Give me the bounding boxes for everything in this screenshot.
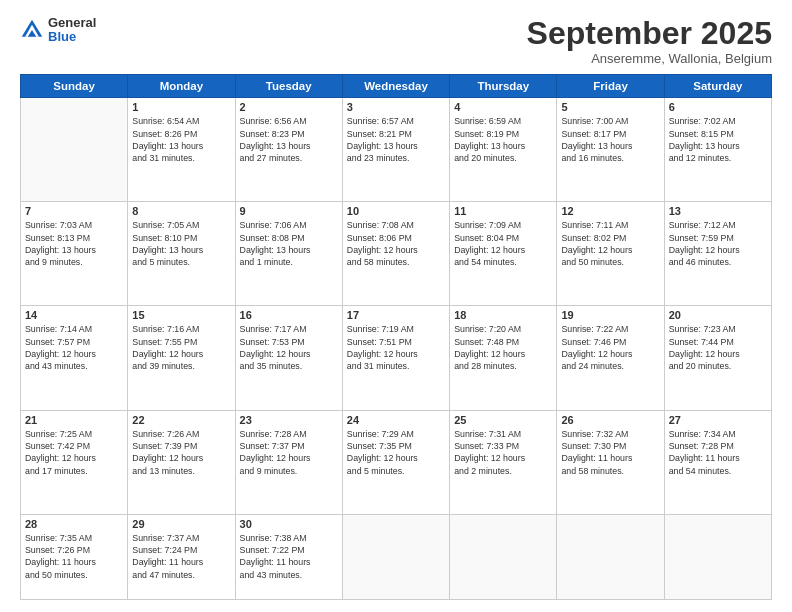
day-number: 8 [132, 205, 230, 217]
calendar-cell: 28Sunrise: 7:35 AM Sunset: 7:26 PM Dayli… [21, 514, 128, 599]
calendar-cell: 15Sunrise: 7:16 AM Sunset: 7:55 PM Dayli… [128, 306, 235, 410]
day-info: Sunrise: 7:02 AM Sunset: 8:15 PM Dayligh… [669, 115, 767, 164]
day-number: 14 [25, 309, 123, 321]
calendar-cell: 2Sunrise: 6:56 AM Sunset: 8:23 PM Daylig… [235, 98, 342, 202]
day-number: 25 [454, 414, 552, 426]
day-number: 26 [561, 414, 659, 426]
logo-icon [20, 18, 44, 42]
day-number: 13 [669, 205, 767, 217]
calendar-cell: 25Sunrise: 7:31 AM Sunset: 7:33 PM Dayli… [450, 410, 557, 514]
day-number: 22 [132, 414, 230, 426]
day-info: Sunrise: 7:25 AM Sunset: 7:42 PM Dayligh… [25, 428, 123, 477]
logo: General Blue [20, 16, 96, 45]
calendar-cell: 7Sunrise: 7:03 AM Sunset: 8:13 PM Daylig… [21, 202, 128, 306]
day-info: Sunrise: 7:38 AM Sunset: 7:22 PM Dayligh… [240, 532, 338, 581]
calendar-cell: 26Sunrise: 7:32 AM Sunset: 7:30 PM Dayli… [557, 410, 664, 514]
day-info: Sunrise: 6:57 AM Sunset: 8:21 PM Dayligh… [347, 115, 445, 164]
day-number: 29 [132, 518, 230, 530]
day-info: Sunrise: 7:05 AM Sunset: 8:10 PM Dayligh… [132, 219, 230, 268]
day-info: Sunrise: 7:29 AM Sunset: 7:35 PM Dayligh… [347, 428, 445, 477]
day-info: Sunrise: 7:17 AM Sunset: 7:53 PM Dayligh… [240, 323, 338, 372]
calendar-week-row: 28Sunrise: 7:35 AM Sunset: 7:26 PM Dayli… [21, 514, 772, 599]
day-number: 18 [454, 309, 552, 321]
day-number: 17 [347, 309, 445, 321]
calendar-cell: 10Sunrise: 7:08 AM Sunset: 8:06 PM Dayli… [342, 202, 449, 306]
day-number: 6 [669, 101, 767, 113]
logo-general: General [48, 16, 96, 30]
day-number: 3 [347, 101, 445, 113]
calendar-cell: 5Sunrise: 7:00 AM Sunset: 8:17 PM Daylig… [557, 98, 664, 202]
location: Anseremme, Wallonia, Belgium [527, 51, 772, 66]
calendar-cell [21, 98, 128, 202]
day-number: 28 [25, 518, 123, 530]
calendar-cell: 20Sunrise: 7:23 AM Sunset: 7:44 PM Dayli… [664, 306, 771, 410]
calendar-cell: 8Sunrise: 7:05 AM Sunset: 8:10 PM Daylig… [128, 202, 235, 306]
day-number: 15 [132, 309, 230, 321]
header: General Blue September 2025 Anseremme, W… [20, 16, 772, 66]
day-number: 24 [347, 414, 445, 426]
day-number: 5 [561, 101, 659, 113]
day-number: 20 [669, 309, 767, 321]
day-info: Sunrise: 7:22 AM Sunset: 7:46 PM Dayligh… [561, 323, 659, 372]
day-info: Sunrise: 7:23 AM Sunset: 7:44 PM Dayligh… [669, 323, 767, 372]
calendar-cell: 14Sunrise: 7:14 AM Sunset: 7:57 PM Dayli… [21, 306, 128, 410]
logo-blue: Blue [48, 30, 96, 44]
day-info: Sunrise: 7:26 AM Sunset: 7:39 PM Dayligh… [132, 428, 230, 477]
calendar-cell: 18Sunrise: 7:20 AM Sunset: 7:48 PM Dayli… [450, 306, 557, 410]
day-number: 12 [561, 205, 659, 217]
calendar-cell [557, 514, 664, 599]
day-number: 2 [240, 101, 338, 113]
calendar-cell: 16Sunrise: 7:17 AM Sunset: 7:53 PM Dayli… [235, 306, 342, 410]
day-info: Sunrise: 7:09 AM Sunset: 8:04 PM Dayligh… [454, 219, 552, 268]
day-number: 9 [240, 205, 338, 217]
day-info: Sunrise: 7:31 AM Sunset: 7:33 PM Dayligh… [454, 428, 552, 477]
day-number: 21 [25, 414, 123, 426]
calendar-cell [342, 514, 449, 599]
day-number: 10 [347, 205, 445, 217]
calendar-weekday-saturday: Saturday [664, 75, 771, 98]
day-info: Sunrise: 7:03 AM Sunset: 8:13 PM Dayligh… [25, 219, 123, 268]
day-info: Sunrise: 7:11 AM Sunset: 8:02 PM Dayligh… [561, 219, 659, 268]
day-number: 27 [669, 414, 767, 426]
day-number: 7 [25, 205, 123, 217]
title-block: September 2025 Anseremme, Wallonia, Belg… [527, 16, 772, 66]
logo-text: General Blue [48, 16, 96, 45]
day-info: Sunrise: 7:20 AM Sunset: 7:48 PM Dayligh… [454, 323, 552, 372]
day-info: Sunrise: 7:35 AM Sunset: 7:26 PM Dayligh… [25, 532, 123, 581]
calendar-week-row: 14Sunrise: 7:14 AM Sunset: 7:57 PM Dayli… [21, 306, 772, 410]
calendar-cell: 21Sunrise: 7:25 AM Sunset: 7:42 PM Dayli… [21, 410, 128, 514]
day-info: Sunrise: 7:16 AM Sunset: 7:55 PM Dayligh… [132, 323, 230, 372]
day-number: 30 [240, 518, 338, 530]
day-number: 23 [240, 414, 338, 426]
month-title: September 2025 [527, 16, 772, 51]
calendar-cell: 24Sunrise: 7:29 AM Sunset: 7:35 PM Dayli… [342, 410, 449, 514]
day-info: Sunrise: 7:32 AM Sunset: 7:30 PM Dayligh… [561, 428, 659, 477]
calendar-cell: 19Sunrise: 7:22 AM Sunset: 7:46 PM Dayli… [557, 306, 664, 410]
day-number: 1 [132, 101, 230, 113]
calendar-cell: 11Sunrise: 7:09 AM Sunset: 8:04 PM Dayli… [450, 202, 557, 306]
calendar-cell: 27Sunrise: 7:34 AM Sunset: 7:28 PM Dayli… [664, 410, 771, 514]
calendar-weekday-wednesday: Wednesday [342, 75, 449, 98]
calendar-cell: 17Sunrise: 7:19 AM Sunset: 7:51 PM Dayli… [342, 306, 449, 410]
calendar-header-row: SundayMondayTuesdayWednesdayThursdayFrid… [21, 75, 772, 98]
day-number: 19 [561, 309, 659, 321]
day-number: 4 [454, 101, 552, 113]
calendar-weekday-thursday: Thursday [450, 75, 557, 98]
calendar-week-row: 7Sunrise: 7:03 AM Sunset: 8:13 PM Daylig… [21, 202, 772, 306]
day-info: Sunrise: 6:59 AM Sunset: 8:19 PM Dayligh… [454, 115, 552, 164]
day-info: Sunrise: 7:14 AM Sunset: 7:57 PM Dayligh… [25, 323, 123, 372]
calendar-cell: 30Sunrise: 7:38 AM Sunset: 7:22 PM Dayli… [235, 514, 342, 599]
calendar-week-row: 21Sunrise: 7:25 AM Sunset: 7:42 PM Dayli… [21, 410, 772, 514]
calendar-cell: 23Sunrise: 7:28 AM Sunset: 7:37 PM Dayli… [235, 410, 342, 514]
day-number: 16 [240, 309, 338, 321]
calendar-cell: 4Sunrise: 6:59 AM Sunset: 8:19 PM Daylig… [450, 98, 557, 202]
calendar-cell [664, 514, 771, 599]
day-info: Sunrise: 6:56 AM Sunset: 8:23 PM Dayligh… [240, 115, 338, 164]
calendar-cell: 1Sunrise: 6:54 AM Sunset: 8:26 PM Daylig… [128, 98, 235, 202]
calendar-week-row: 1Sunrise: 6:54 AM Sunset: 8:26 PM Daylig… [21, 98, 772, 202]
calendar-cell: 3Sunrise: 6:57 AM Sunset: 8:21 PM Daylig… [342, 98, 449, 202]
calendar-weekday-monday: Monday [128, 75, 235, 98]
day-info: Sunrise: 7:08 AM Sunset: 8:06 PM Dayligh… [347, 219, 445, 268]
day-info: Sunrise: 7:06 AM Sunset: 8:08 PM Dayligh… [240, 219, 338, 268]
day-info: Sunrise: 7:28 AM Sunset: 7:37 PM Dayligh… [240, 428, 338, 477]
